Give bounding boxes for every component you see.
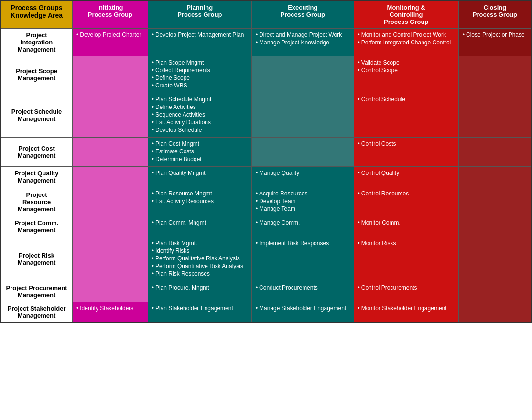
monitoring-item: Monitor Risks (358, 240, 455, 247)
planning-item: Plan Risk Mgmt. (152, 240, 248, 247)
knowledge-area-cell: Project Comm. Management (0, 216, 73, 237)
initiating-cell (73, 138, 148, 167)
executing-item: Manage Stakeholder Engagement (256, 305, 350, 312)
planning-item: Develop Schedule (152, 127, 248, 133)
executing-cell: Direct and Manage Project WorkManage Pro… (251, 29, 354, 56)
monitoring-item: Control Quality (358, 170, 455, 176)
closing-cell (458, 216, 532, 237)
header-row: Process Groups Knowledge Area Initiating… (0, 0, 532, 29)
monitoring-cell: Monitor Comm. (354, 216, 458, 237)
planning-item: Perform Qualitative Risk Analysis (152, 255, 248, 262)
monitoring-cell: Control Schedule (354, 93, 458, 138)
knowledge-area-cell: Project Resource Management (0, 187, 73, 216)
monitoring-item: Monitor and Control Project Work (358, 32, 455, 38)
initiating-cell (73, 237, 148, 281)
monitoring-cell: Control Resources (354, 187, 458, 216)
planning-item: Plan Procure. Mngmt (152, 284, 248, 291)
closing-cell (458, 56, 532, 93)
table-row: Project Stakeholder ManagementIdentify S… (0, 302, 532, 323)
executing-cell: Acquire ResourcesDevelop TeamManage Team (251, 187, 354, 216)
initiating-cell: Identify Stakeholders (73, 302, 148, 323)
executing-cell: Manage Stakeholder Engagement (251, 302, 354, 323)
monitoring-item: Control Scope (358, 67, 455, 74)
initiating-cell (73, 56, 148, 93)
initiating-cell (73, 216, 148, 237)
planning-item: Plan Schedule Mngmt (152, 96, 248, 103)
planning-item: Est. Activity Resources (152, 198, 248, 205)
planning-cell: Plan Procure. Mngmt (148, 281, 251, 302)
knowledge-area-cell: Project Quality Management (0, 167, 73, 187)
planning-item: Plan Quality Mngmt (152, 170, 248, 176)
planning-item: Plan Risk Responses (152, 270, 248, 277)
planning-item: Determine Budget (152, 156, 248, 162)
executing-item: Develop Team (256, 198, 350, 205)
planning-cell: Develop Project Management Plan (148, 29, 251, 56)
table-row: Project Schedule ManagementPlan Schedule… (0, 93, 532, 138)
initiating-cell: Develop Project Charter (73, 29, 148, 56)
monitoring-item: Monitor Stakeholder Engagement (358, 305, 455, 312)
closing-cell (458, 93, 532, 138)
planning-item: Perform Quantitative Risk Analysis (152, 263, 248, 269)
monitoring-cell: Monitor Stakeholder Engagement (354, 302, 458, 323)
planning-cell: Plan Stakeholder Engagement (148, 302, 251, 323)
knowledge-area-cell: Project Procurement Management (0, 281, 73, 302)
planning-item: Develop Project Management Plan (152, 32, 248, 38)
knowledge-area-cell: Project Risk Management (0, 237, 73, 281)
monitoring-cell: Monitor and Control Project WorkPerform … (354, 29, 458, 56)
initiating-cell (73, 281, 148, 302)
monitoring-cell: Control Procurements (354, 281, 458, 302)
executing-item: Manage Comm. (256, 219, 350, 226)
table-row: Project Risk ManagementPlan Risk Mgmt.Id… (0, 237, 532, 281)
planning-item: Identify Risks (152, 248, 248, 254)
table-row: Project Comm. ManagementPlan Comm. Mngmt… (0, 216, 532, 237)
monitoring-cell: Monitor Risks (354, 237, 458, 281)
monitoring-cell: Validate ScopeControl Scope (354, 56, 458, 93)
table-row: Project Quality ManagementPlan Quality M… (0, 167, 532, 187)
planning-item: Plan Resource Mngmt (152, 190, 248, 197)
planning-cell: Plan Scope MngmtCollect RequirementsDefi… (148, 56, 251, 93)
planning-item: Plan Cost Mngmt (152, 140, 248, 147)
closing-cell (458, 302, 532, 323)
closing-cell (458, 281, 532, 302)
executing-item: Direct and Manage Project Work (256, 32, 350, 38)
header-initiating: Initiating Process Group (73, 0, 148, 29)
executing-item: Manage Quality (256, 170, 350, 176)
monitoring-item: Perform Integrated Change Control (358, 39, 455, 46)
planning-item: Estimate Costs (152, 148, 248, 155)
planning-item: Est. Activity Durations (152, 119, 248, 126)
planning-cell: Plan Schedule MngmtDefine ActivitiesSequ… (148, 93, 251, 138)
executing-cell (251, 138, 354, 167)
header-closing: Closing Process Group (458, 0, 532, 29)
knowledge-area-cell: Project Integration Management (0, 29, 73, 56)
header-knowledge: Process Groups Knowledge Area (0, 0, 73, 29)
monitoring-item: Monitor Comm. (358, 219, 455, 226)
monitoring-item: Validate Scope (358, 59, 455, 66)
closing-item: Close Project or Phase (463, 32, 527, 38)
planning-item: Plan Scope Mngmt (152, 59, 248, 66)
knowledge-area-cell: Project Stakeholder Management (0, 302, 73, 323)
executing-item: Implement Risk Responses (256, 240, 350, 247)
planning-item: Plan Comm. Mngmt (152, 219, 248, 226)
knowledge-area-cell: Project Schedule Management (0, 93, 73, 138)
planning-item: Define Activities (152, 104, 248, 110)
monitoring-item: Control Schedule (358, 96, 455, 103)
table-row: Project Scope ManagementPlan Scope Mngmt… (0, 56, 532, 93)
executing-item: Conduct Procurements (256, 284, 350, 291)
initiating-item: Identify Stakeholders (76, 305, 144, 312)
monitoring-item: Control Procurements (358, 284, 455, 291)
executing-cell (251, 93, 354, 138)
executing-cell: Manage Quality (251, 167, 354, 187)
knowledge-area-cell: Project Cost Management (0, 138, 73, 167)
executing-item: Acquire Resources (256, 190, 350, 197)
planning-cell: Plan Quality Mngmt (148, 167, 251, 187)
initiating-cell (73, 93, 148, 138)
monitoring-item: Control Costs (358, 140, 455, 147)
knowledge-area-cell: Project Scope Management (0, 56, 73, 93)
monitoring-item: Control Resources (358, 190, 455, 197)
planning-cell: Plan Comm. Mngmt (148, 216, 251, 237)
closing-cell (458, 237, 532, 281)
planning-cell: Plan Resource MngmtEst. Activity Resourc… (148, 187, 251, 216)
planning-item: Sequence Activities (152, 111, 248, 118)
executing-cell: Implement Risk Responses (251, 237, 354, 281)
initiating-cell (73, 167, 148, 187)
